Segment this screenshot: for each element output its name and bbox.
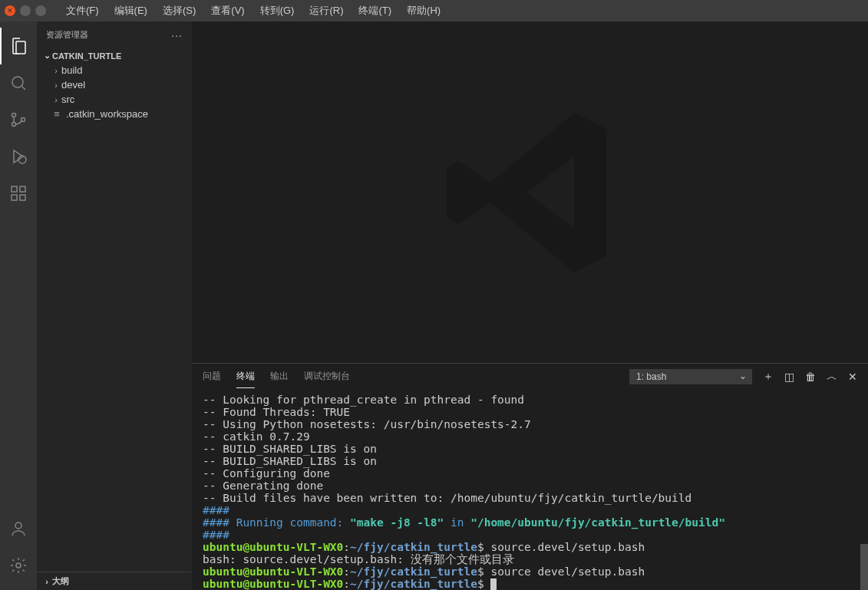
- search-icon[interactable]: [0, 64, 37, 101]
- maximize-panel-icon[interactable]: ︿: [827, 370, 837, 384]
- extensions-icon[interactable]: [0, 175, 37, 212]
- sidebar-header: 资源管理器 ···: [37, 21, 192, 48]
- explorer-icon[interactable]: [0, 28, 37, 64]
- tree-folder-devel[interactable]: › devel: [45, 77, 192, 92]
- svg-rect-8: [20, 186, 25, 192]
- bottom-panel: 问题 终端 输出 调试控制台 1: bash ＋ ◫ 🗑 ︿ ✕ -- Look…: [192, 363, 868, 590]
- window-controls: ✕: [5, 5, 46, 16]
- sidebar: 资源管理器 ··· ⌄ CATKIN_TURTLE › build › deve…: [37, 21, 192, 590]
- editor-empty: [192, 21, 868, 363]
- tree-file-catkin-workspace[interactable]: ≡ .catkin_workspace: [45, 107, 192, 121]
- tab-output[interactable]: 输出: [270, 365, 289, 387]
- window-close-button[interactable]: ✕: [5, 5, 15, 16]
- terminal-scrollbar[interactable]: [860, 389, 868, 590]
- menu-terminal[interactable]: 终端(T): [351, 1, 399, 21]
- svg-point-0: [12, 77, 23, 87]
- svg-rect-5: [12, 186, 17, 192]
- outline-label: 大纲: [52, 575, 69, 587]
- activity-bar: [0, 21, 37, 590]
- tree-label: src: [61, 94, 74, 105]
- close-panel-icon[interactable]: ✕: [848, 371, 857, 383]
- split-terminal-icon[interactable]: ◫: [784, 371, 794, 383]
- tab-terminal[interactable]: 终端: [236, 365, 255, 388]
- terminal-body[interactable]: -- Looking for pthread_create in pthread…: [192, 389, 868, 590]
- editor-area: 问题 终端 输出 调试控制台 1: bash ＋ ◫ 🗑 ︿ ✕ -- Look…: [192, 21, 868, 590]
- project-header[interactable]: ⌄ CATKIN_TURTLE: [37, 48, 192, 63]
- titlebar: ✕ 文件(F) 编辑(E) 选择(S) 查看(V) 转到(G) 运行(R) 终端…: [0, 0, 868, 21]
- menu-select[interactable]: 选择(S): [155, 1, 203, 21]
- menu-edit[interactable]: 编辑(E): [107, 1, 155, 21]
- file-icon: ≡: [51, 108, 63, 120]
- menu-help[interactable]: 帮助(H): [399, 1, 448, 21]
- outline-section[interactable]: › 大纲: [37, 572, 192, 590]
- file-tree: › build › devel › src ≡ .catkin_workspac…: [37, 63, 192, 121]
- svg-rect-6: [12, 195, 17, 200]
- kill-terminal-icon[interactable]: 🗑: [805, 371, 816, 383]
- account-icon[interactable]: [0, 510, 37, 547]
- window-maximize-button[interactable]: [35, 5, 46, 16]
- tree-label: build: [61, 64, 82, 76]
- menu-run[interactable]: 运行(R): [302, 1, 351, 21]
- tree-label: .catkin_workspace: [66, 108, 148, 120]
- svg-point-2: [12, 123, 16, 127]
- project-name: CATKIN_TURTLE: [52, 51, 121, 61]
- chevron-right-icon: ›: [51, 95, 61, 104]
- chevron-right-icon: ›: [51, 81, 61, 90]
- vscode-logo-icon: [431, 93, 630, 292]
- sidebar-more-icon[interactable]: ···: [171, 29, 183, 41]
- window-minimize-button[interactable]: [20, 5, 31, 16]
- menu-go[interactable]: 转到(G): [252, 1, 302, 21]
- terminal-cursor: [490, 578, 497, 590]
- sidebar-title: 资源管理器: [46, 29, 88, 41]
- tab-debug-console[interactable]: 调试控制台: [304, 365, 350, 387]
- svg-point-10: [16, 563, 21, 568]
- settings-icon[interactable]: [0, 547, 37, 584]
- chevron-down-icon: ⌄: [41, 51, 52, 61]
- chevron-right-icon: ›: [41, 577, 52, 586]
- terminal-select[interactable]: 1: bash: [629, 369, 752, 384]
- menu-bar: 文件(F) 编辑(E) 选择(S) 查看(V) 转到(G) 运行(R) 终端(T…: [58, 1, 448, 21]
- tree-folder-src[interactable]: › src: [45, 92, 192, 107]
- tab-problems[interactable]: 问题: [203, 365, 221, 387]
- menu-file[interactable]: 文件(F): [58, 1, 107, 21]
- panel-tabs: 问题 终端 输出 调试控制台 1: bash ＋ ◫ 🗑 ︿ ✕: [192, 364, 868, 389]
- tree-folder-build[interactable]: › build: [45, 63, 192, 77]
- tree-label: devel: [61, 79, 85, 91]
- svg-rect-7: [20, 195, 25, 200]
- menu-view[interactable]: 查看(V): [203, 1, 252, 21]
- new-terminal-icon[interactable]: ＋: [763, 370, 774, 384]
- chevron-right-icon: ›: [51, 66, 61, 75]
- debug-icon[interactable]: [0, 138, 37, 175]
- source-control-icon[interactable]: [0, 101, 37, 138]
- svg-point-9: [15, 522, 21, 529]
- svg-point-1: [12, 114, 16, 117]
